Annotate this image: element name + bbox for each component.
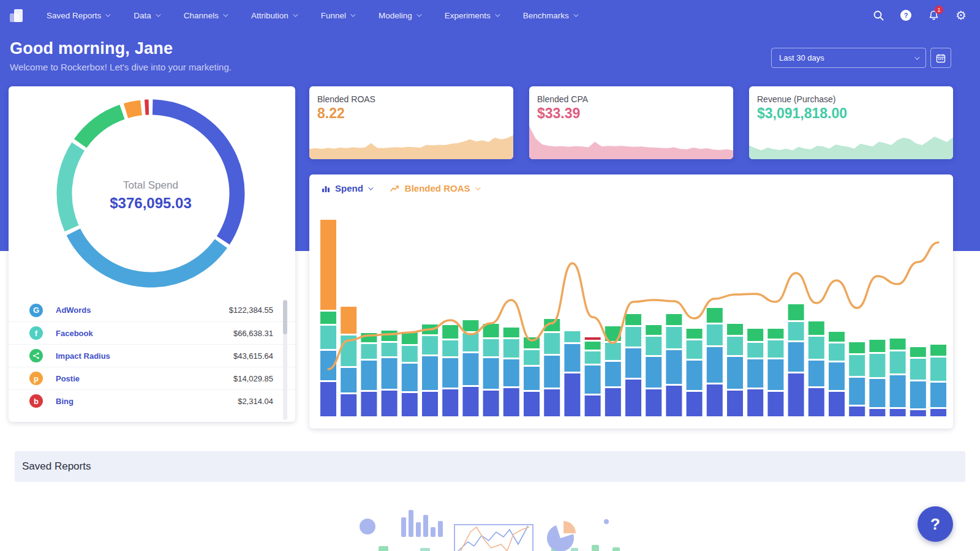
- chevron-down-icon: [156, 12, 160, 17]
- kpi-card-revenue: Revenue (Purchase) $3,091,818.00: [749, 86, 953, 159]
- saved-reports-section-header: Saved Reports: [15, 451, 965, 482]
- charts-illustration: [349, 488, 637, 551]
- kpi-value: $33.39: [537, 105, 580, 122]
- chevron-down-icon: [417, 12, 421, 17]
- help-fab-button[interactable]: ?: [918, 506, 953, 542]
- nav-item-funnel[interactable]: Funnel: [321, 11, 354, 20]
- illus-dot: [360, 519, 375, 534]
- nav-actions: ? 1 ⚙: [872, 9, 968, 22]
- channel-name: Facebook: [56, 329, 93, 338]
- settings-gear-icon[interactable]: ⚙: [954, 9, 968, 22]
- illus-bar-chart: [401, 510, 443, 537]
- date-range-value: Last 30 days: [779, 53, 824, 62]
- kpi-label: Blended CPA: [537, 94, 588, 104]
- stacked-bar-line-chart: [314, 211, 948, 419]
- question-mark-icon: ?: [930, 515, 940, 534]
- postie-icon: p: [29, 372, 43, 385]
- facebook-icon: f: [29, 326, 43, 340]
- page-title: Good morning, Jane: [10, 39, 232, 58]
- channel-legend: G AdWords $122,384.55 f Facebook $66,638…: [9, 299, 295, 412]
- channel-spend: $2,314.04: [238, 397, 273, 406]
- nav-label: Channels: [184, 11, 219, 20]
- dashboard-page: Saved Reports Data Channels Attribution …: [0, 0, 980, 551]
- kpi-value: $3,091,818.00: [757, 105, 847, 122]
- roas-sparkline: [309, 125, 513, 159]
- kpi-label: Revenue (Purchase): [757, 94, 835, 104]
- toggle-label: Spend: [335, 183, 363, 193]
- chevron-down-icon: [293, 12, 298, 17]
- chevron-down-icon: [495, 12, 500, 17]
- donut-center-text: Total Spend $376,095.03: [55, 179, 246, 212]
- illus-dot-small: [604, 519, 609, 524]
- nav-label: Experiments: [445, 11, 491, 20]
- total-spend-label: Total Spend: [55, 179, 246, 192]
- chevron-down-icon: [475, 185, 480, 190]
- toggle-label: Blended ROAS: [405, 183, 470, 193]
- kpi-card-blended-roas: Blended ROAS 8.22: [309, 86, 513, 159]
- nav-menu: Saved Reports Data Channels Attribution …: [47, 11, 577, 20]
- nav-label: Data: [134, 11, 151, 20]
- total-spend-card: Total Spend $376,095.03 G AdWords $122,3…: [9, 86, 295, 422]
- chevron-down-icon: [223, 12, 228, 17]
- nav-item-modeling[interactable]: Modeling: [379, 11, 420, 20]
- nav-label: Benchmarks: [523, 11, 569, 20]
- chart-metric-toggles: Spend Blended ROAS: [322, 183, 479, 193]
- calendar-button[interactable]: [930, 48, 951, 68]
- nav-label: Attribution: [251, 11, 288, 20]
- channel-spend: $66,638.31: [233, 329, 273, 338]
- trend-line-icon: [390, 185, 400, 192]
- chevron-down-icon: [573, 12, 578, 17]
- spend-roas-chart-card: Spend Blended ROAS: [309, 174, 953, 429]
- legend-scrollbar: [283, 300, 287, 420]
- kpi-value: 8.22: [317, 105, 345, 122]
- legend-row-facebook[interactable]: f Facebook $66,638.31: [9, 321, 295, 344]
- nav-item-data[interactable]: Data: [134, 11, 159, 20]
- date-range-select[interactable]: Last 30 days: [771, 48, 926, 68]
- illus-pie-chart: [543, 521, 577, 551]
- total-spend-value: $376,095.03: [55, 195, 246, 212]
- rockerbox-logo[interactable]: [9, 7, 24, 23]
- legend-row-postie[interactable]: p Postie $14,029.85: [9, 367, 295, 389]
- cpa-sparkline: [529, 125, 733, 159]
- chevron-down-icon: [368, 185, 373, 190]
- legend-row-bing[interactable]: b Bing $2,314.04: [9, 389, 295, 412]
- chevron-down-icon: [914, 54, 919, 59]
- calendar-icon: [936, 53, 946, 63]
- spend-metric-toggle[interactable]: Spend: [322, 183, 372, 193]
- chevron-down-icon: [105, 12, 110, 17]
- nav-item-channels[interactable]: Channels: [184, 11, 227, 20]
- channel-spend: $14,029.85: [233, 374, 273, 383]
- bing-icon: b: [29, 394, 43, 408]
- section-title: Saved Reports: [22, 460, 91, 473]
- kpi-label: Blended ROAS: [317, 94, 375, 104]
- nav-label: Modeling: [379, 11, 412, 20]
- adwords-icon: G: [29, 304, 43, 317]
- channel-spend: $122,384.55: [229, 305, 273, 315]
- help-icon[interactable]: ?: [899, 9, 913, 22]
- share-icon: [29, 349, 43, 362]
- revenue-sparkline: [749, 125, 953, 159]
- page-subtitle: Welcome to Rockerbox! Let's dive into yo…: [10, 62, 232, 72]
- top-nav: Saved Reports Data Channels Attribution …: [0, 0, 980, 31]
- channel-name: Bing: [56, 397, 74, 406]
- legend-scrollbar-thumb[interactable]: [283, 300, 287, 334]
- notification-badge: 1: [935, 6, 943, 14]
- nav-item-attribution[interactable]: Attribution: [251, 11, 296, 20]
- channel-name: Impact Radius: [56, 351, 110, 361]
- date-range-controls: Last 30 days: [771, 48, 951, 68]
- channel-name: Postie: [56, 374, 80, 383]
- notifications-bell-icon[interactable]: 1: [927, 9, 940, 22]
- channel-spend: $43,615.64: [233, 351, 273, 361]
- bar-chart-icon: [322, 184, 330, 193]
- legend-row-impact-radius[interactable]: Impact Radius $43,615.64: [9, 344, 295, 367]
- nav-item-benchmarks[interactable]: Benchmarks: [523, 11, 577, 20]
- blended-roas-metric-toggle[interactable]: Blended ROAS: [390, 183, 479, 193]
- hero-header: Good morning, Jane Welcome to Rockerbox!…: [10, 39, 232, 72]
- search-icon[interactable]: [872, 9, 885, 22]
- kpi-card-blended-cpa: Blended CPA $33.39: [529, 86, 733, 159]
- nav-item-saved-reports[interactable]: Saved Reports: [47, 11, 109, 20]
- nav-label: Funnel: [321, 11, 346, 20]
- chevron-down-icon: [350, 12, 355, 17]
- legend-row-adwords[interactable]: G AdWords $122,384.55: [9, 299, 295, 321]
- nav-item-experiments[interactable]: Experiments: [445, 11, 499, 20]
